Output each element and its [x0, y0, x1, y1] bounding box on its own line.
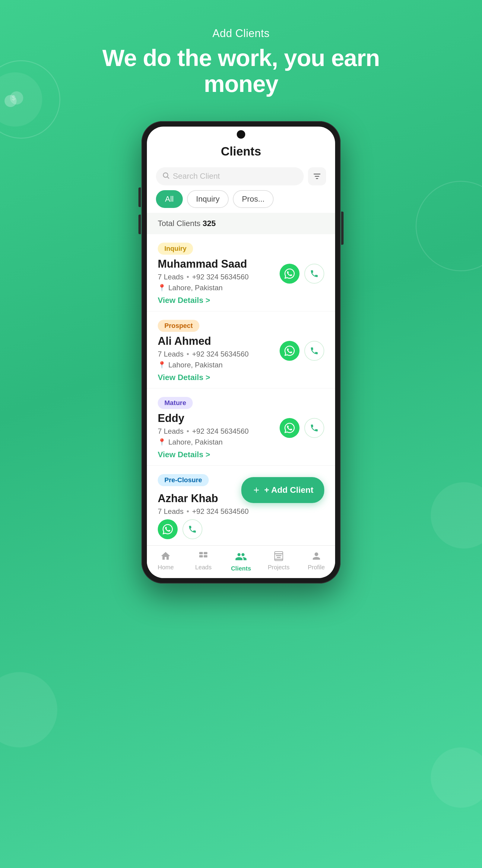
client-card-inner-2: Prospect Ali Ahmed 7 Leads • +92 324 563… [158, 320, 324, 382]
header-subtitle: Add Clients [75, 27, 407, 40]
volume-down-button [138, 215, 141, 234]
view-details-1[interactable]: View Details > [158, 296, 249, 305]
phone-4: +92 324 5634560 [192, 507, 249, 516]
projects-icon [273, 551, 284, 561]
client-card-inner-4: Pre-Closure + Add Client Azhar Khab 7 Le… [158, 474, 324, 539]
profile-icon [311, 551, 322, 561]
phone-screen: Clients Search Client [147, 127, 335, 578]
nav-home-label: Home [158, 564, 174, 571]
total-count: 325 [203, 219, 216, 228]
nav-clients-label: Clients [231, 565, 251, 572]
search-box[interactable]: Search Client [156, 167, 304, 185]
tab-inquiry[interactable]: Inquiry [187, 190, 229, 208]
view-details-2[interactable]: View Details > [158, 373, 249, 382]
nav-projects[interactable]: Projects [260, 551, 297, 572]
status-badge-1: Inquiry [158, 243, 193, 255]
leads-3: 7 Leads [158, 427, 183, 435]
bottom-nav: Home Leads Clients [147, 546, 335, 578]
leads-icon [198, 551, 209, 561]
total-label: Total Clients [158, 219, 201, 228]
screen-title: Clients [159, 145, 323, 158]
search-icon [162, 172, 170, 181]
deco-coins-icon: $ [0, 84, 30, 115]
leads-4: 7 Leads [158, 507, 183, 516]
status-badge-4: Pre-Closure [158, 474, 209, 486]
pin-icon-2: 📍 [158, 361, 166, 369]
nav-profile[interactable]: Profile [297, 551, 335, 572]
whatsapp-btn-3[interactable] [280, 418, 300, 438]
filter-tabs: All Inquiry Pros... [147, 190, 335, 213]
client-list: Inquiry Muhammad Saad 7 Leads • +92 324 … [147, 234, 335, 546]
nav-home[interactable]: Home [147, 551, 185, 572]
status-badge-2: Prospect [158, 320, 199, 332]
client-card-2: Prospect Ali Ahmed 7 Leads • +92 324 563… [147, 311, 335, 389]
client-meta-2: 7 Leads • +92 324 5634560 [158, 350, 249, 358]
pin-icon-3: 📍 [158, 438, 166, 446]
header-title: We do the work, you earn money [75, 45, 407, 97]
client-meta-4: 7 Leads • +92 324 5634560 [158, 507, 324, 516]
whatsapp-btn-1[interactable] [280, 264, 300, 284]
nav-profile-label: Profile [308, 564, 325, 571]
phone-2: +92 324 5634560 [192, 350, 249, 358]
leads-2: 7 Leads [158, 350, 183, 358]
client-card-inner-1: Inquiry Muhammad Saad 7 Leads • +92 324 … [158, 243, 324, 305]
nav-clients[interactable]: Clients [222, 551, 260, 572]
location-3: 📍 Lahore, Pakistan [158, 438, 249, 446]
svg-rect-10 [199, 555, 203, 558]
client-name-1: Muhammad Saad [158, 258, 249, 270]
call-btn-3[interactable] [304, 418, 324, 438]
svg-rect-8 [199, 552, 203, 554]
leads-1: 7 Leads [158, 273, 183, 281]
search-input[interactable]: Search Client [173, 172, 220, 181]
call-btn-2[interactable] [304, 341, 324, 361]
phone-notch [237, 130, 245, 138]
search-filter-row: Search Client [147, 164, 335, 190]
power-button [341, 212, 344, 245]
client-meta-1: 7 Leads • +92 324 5634560 [158, 273, 249, 281]
client-card-3: Mature Eddy 7 Leads • +92 324 5634560 [147, 389, 335, 466]
call-btn-1[interactable] [304, 264, 324, 284]
client-name-2: Ali Ahmed [158, 335, 249, 347]
client-card-4: Pre-Closure + Add Client Azhar Khab 7 Le… [147, 466, 335, 546]
whatsapp-btn-4[interactable] [158, 519, 178, 539]
total-clients-bar: Total Clients 325 [147, 213, 335, 234]
page-header: Add Clients We do the work, you earn mon… [75, 27, 407, 97]
location-1: 📍 Lahore, Pakistan [158, 284, 249, 292]
add-client-label: + Add Client [264, 485, 313, 495]
call-btn-4[interactable] [182, 519, 202, 539]
nav-leads-label: Leads [195, 564, 212, 571]
pin-icon-1: 📍 [158, 284, 166, 292]
location-2: 📍 Lahore, Pakistan [158, 361, 249, 369]
home-icon [160, 551, 171, 561]
view-details-3[interactable]: View Details > [158, 450, 249, 459]
svg-line-4 [167, 177, 169, 178]
phone-frame: Clients Search Client [141, 121, 341, 584]
client-card-1: Inquiry Muhammad Saad 7 Leads • +92 324 … [147, 234, 335, 311]
filter-button[interactable] [308, 167, 326, 185]
svg-rect-9 [204, 552, 207, 554]
client-card-inner-3: Mature Eddy 7 Leads • +92 324 5634560 [158, 397, 324, 459]
svg-point-0 [4, 95, 17, 107]
client-name-3: Eddy [158, 412, 249, 425]
client-meta-3: 7 Leads • +92 324 5634560 [158, 427, 249, 435]
phone-1: +92 324 5634560 [192, 273, 249, 281]
clients-icon [235, 551, 247, 563]
status-badge-3: Mature [158, 397, 193, 409]
svg-text:$: $ [12, 94, 16, 101]
nav-projects-label: Projects [268, 564, 289, 571]
add-client-button[interactable]: + Add Client [241, 477, 324, 503]
svg-point-1 [10, 91, 23, 104]
tab-all[interactable]: All [156, 190, 183, 208]
phone-3: +92 324 5634560 [192, 427, 249, 435]
nav-leads[interactable]: Leads [185, 551, 222, 572]
phone-mockup: Clients Search Client [141, 121, 341, 584]
tab-prospect[interactable]: Pros... [233, 190, 274, 208]
whatsapp-btn-2[interactable] [280, 341, 300, 361]
svg-rect-11 [204, 555, 207, 558]
volume-up-button [138, 187, 141, 207]
